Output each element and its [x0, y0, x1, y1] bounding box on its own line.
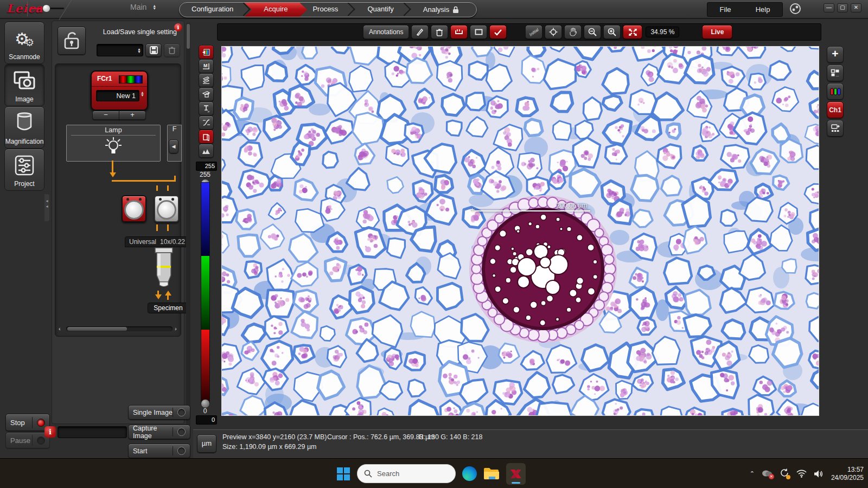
measurement-line[interactable] [475, 210, 590, 211]
annotations-button[interactable]: Annotations [363, 25, 409, 39]
pause-button[interactable]: Pause [5, 432, 50, 448]
volume-stack-button[interactable] [199, 87, 214, 101]
histogram-button[interactable] [199, 144, 214, 158]
channel-preset-dropdown[interactable]: New 1 [96, 90, 139, 101]
image-canvas[interactable]: + 200.06 µm [221, 46, 819, 416]
zoom-out-button[interactable] [584, 25, 601, 39]
scalebar-button[interactable] [450, 25, 468, 39]
speaker-icon[interactable] [814, 470, 824, 478]
intensity-slider-knob[interactable] [42, 4, 50, 12]
pan-tool-button[interactable] [564, 25, 582, 39]
stop-button[interactable]: Stop [5, 414, 50, 431]
cube-pin [171, 198, 174, 201]
objective-lens-icon[interactable] [152, 247, 176, 290]
file-explorer-icon[interactable] [483, 467, 500, 481]
cube-pin [159, 198, 162, 201]
tab-quantify[interactable]: Quantify [355, 3, 411, 17]
zoom-out-icon [588, 28, 597, 36]
info-icon[interactable]: i [174, 23, 182, 31]
depth-pin-button[interactable]: ⊿ [199, 101, 214, 115]
center-view-button[interactable] [545, 25, 562, 39]
layer-stack-button[interactable] [199, 73, 214, 87]
rectangle-tool-button[interactable] [470, 25, 487, 39]
initial-label-button[interactable]: Initial [525, 25, 542, 39]
fit-to-screen-button[interactable] [623, 25, 642, 39]
lamp-node[interactable]: Lamp [66, 125, 161, 162]
live-button[interactable]: Live [702, 25, 732, 39]
lut-max-value[interactable]: 255 [196, 162, 217, 171]
add-channel-button[interactable]: + [119, 111, 146, 120]
window-controls: — ▢ ✕ [821, 3, 861, 12]
lut-gradient-bar[interactable] [201, 182, 210, 403]
hscrollbar-track[interactable] [66, 326, 173, 331]
filter-cube-red[interactable] [122, 195, 146, 222]
unlock-icon [63, 31, 80, 50]
start-button[interactable]: Start [128, 444, 190, 458]
channels-view-button[interactable] [827, 83, 844, 100]
vscrollbar-thumb[interactable] [187, 24, 190, 49]
hscrollbar-thumb[interactable] [67, 327, 127, 331]
tab-process[interactable]: Process [301, 3, 355, 17]
tab-analysis[interactable]: Analysis [411, 3, 476, 17]
unit-button[interactable]: µm [197, 434, 216, 453]
tray-sync-icon[interactable] [780, 468, 789, 479]
capture-image-button[interactable]: Capture Image [128, 425, 190, 439]
sidebar-item-scanmode[interactable]: ⚙⚙ Scanmode [4, 22, 44, 64]
delete-setting-button[interactable] [164, 43, 180, 57]
delete-annotation-button[interactable] [431, 25, 448, 39]
vscrollbar-track[interactable] [186, 23, 190, 426]
lasx-logo [509, 467, 522, 480]
channel-overlay-button[interactable] [199, 45, 214, 59]
load-save-label: Load/Save single setting [95, 28, 177, 36]
zoom-percentage[interactable]: 34.95 % [646, 27, 679, 37]
tab-configuration[interactable]: Configuration [180, 3, 251, 17]
single-image-button[interactable]: Single Image [128, 405, 190, 420]
tray-app-icon[interactable]: ✕ [762, 469, 773, 478]
panel-collapse-handle[interactable]: ◂◂ [44, 194, 49, 221]
close-button[interactable]: ✕ [851, 3, 861, 12]
sidebar-item-project[interactable]: Project [4, 149, 44, 191]
menu-file[interactable]: File [720, 5, 731, 14]
filter-cube-empty[interactable] [154, 195, 179, 222]
sidebar-item-image[interactable]: Image [4, 64, 44, 106]
scroll-left-chevron[interactable]: ◀ [169, 139, 178, 153]
export-layout-button[interactable] [827, 120, 844, 137]
objective-turret-label[interactable]: Universal 10x/0.22 [125, 236, 189, 247]
main-context-dropdown[interactable]: Main ▲▼ [130, 3, 158, 11]
save-icon [150, 46, 158, 54]
add-viewer-button[interactable]: + [827, 46, 844, 63]
objective-icon [5, 111, 44, 135]
lock-settings-button[interactable] [58, 27, 86, 55]
tab-acquire[interactable]: Acquire [244, 3, 307, 17]
zoom-in-icon [608, 28, 616, 36]
workflow-tabstrip: Configuration Acquire Process Quantify A… [179, 2, 477, 17]
acquisition-info-icon[interactable]: i [44, 426, 56, 438]
taskbar-search[interactable]: Search [357, 464, 456, 483]
draw-annotation-button[interactable] [411, 25, 429, 39]
sidebar-item-magnification[interactable]: Magnification [4, 106, 44, 149]
windows-start-button[interactable] [336, 467, 350, 481]
hscroll-right-arrow[interactable]: › [175, 325, 180, 332]
remove-channel-button[interactable]: − [92, 111, 119, 120]
save-setting-button[interactable] [145, 43, 162, 57]
edge-browser-icon[interactable] [462, 466, 477, 481]
gamma-curve-button[interactable] [199, 115, 214, 130]
wifi-icon[interactable] [796, 470, 807, 478]
globe-icon[interactable] [789, 3, 801, 15]
apply-annotation-button[interactable] [489, 25, 507, 39]
tile-layout-button[interactable]: ... [827, 65, 844, 81]
channel-box-fcr1[interactable]: FCr1 New 1 ▲▼ [91, 70, 148, 111]
channel-1-button[interactable]: Ch1 [827, 101, 844, 118]
zoom-in-button[interactable] [603, 25, 621, 39]
tray-chevron-icon[interactable]: ⌃ [750, 470, 755, 477]
hscroll-left-arrow[interactable]: ‹ [59, 325, 64, 332]
measure-button[interactable]: M [199, 59, 214, 73]
setting-preset-dropdown[interactable]: ▲▼ [97, 44, 143, 56]
menu-help[interactable]: Help [756, 5, 770, 14]
minimize-button[interactable]: — [824, 3, 834, 12]
series-pages-button[interactable] [199, 130, 214, 144]
maximize-button[interactable]: ▢ [837, 3, 848, 12]
lut-min-value[interactable]: 0 [196, 415, 217, 425]
taskbar-clock[interactable]: 13:57 24/09/2025 [831, 466, 864, 482]
lasx-app-icon[interactable] [506, 463, 526, 485]
